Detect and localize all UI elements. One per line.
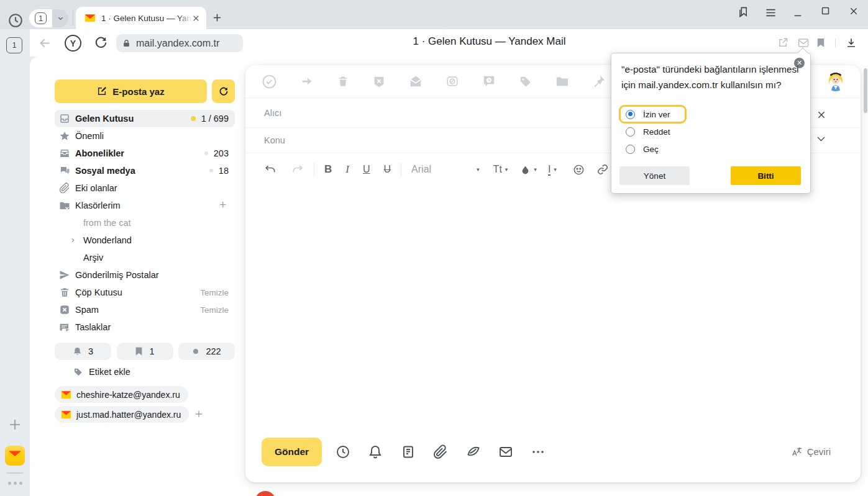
attach-from-disk-icon[interactable]	[466, 444, 481, 459]
folder-trash[interactable]: Çöp Kutusu Temizle	[55, 284, 235, 301]
attach-file-icon[interactable]	[433, 444, 448, 459]
delete-icon[interactable]	[337, 74, 349, 88]
yandex-logo-icon[interactable]: Y	[65, 35, 81, 52]
done-button[interactable]: Bitti	[731, 166, 801, 185]
reload-icon[interactable]	[94, 35, 108, 50]
folder-subscriptions[interactable]: Abonelikler 203	[55, 145, 235, 162]
chat-bubbles-icon	[59, 165, 70, 176]
new-tab-button[interactable]	[212, 12, 222, 23]
clear-folder-action[interactable]: Temizle	[200, 288, 229, 297]
share-icon[interactable]	[777, 37, 788, 48]
add-label-button[interactable]: Etiket ekle	[73, 367, 130, 377]
browser-tab[interactable]: 1 · Gelen Kutusu — Yand	[76, 7, 206, 29]
folder-archive[interactable]: Arşiv	[55, 249, 235, 266]
option-deny[interactable]: Reddet	[626, 127, 670, 137]
archive-icon[interactable]	[445, 74, 459, 88]
folder-spam[interactable]: Spam Temizle	[55, 301, 235, 318]
pin-icon[interactable]	[592, 74, 606, 88]
folder-sent[interactable]: Gönderilmiş Postalar	[55, 266, 235, 284]
font-size-caret-icon[interactable]: ▾	[505, 166, 508, 173]
folder-drafts[interactable]: Taslaklar	[55, 318, 235, 336]
text-color-caret-icon[interactable]: ▾	[554, 166, 557, 173]
option-allow[interactable]: İzin ver	[619, 105, 687, 124]
folder-important[interactable]: Önemli	[55, 127, 235, 145]
more-options-icon[interactable]	[531, 444, 546, 459]
mail-extension-icon[interactable]	[798, 38, 809, 48]
text-color-button[interactable]: I	[548, 164, 550, 176]
flagged-pill[interactable]: 1	[117, 343, 173, 360]
clear-folder-action[interactable]: Temizle	[200, 305, 229, 315]
bold-button[interactable]: B	[324, 163, 332, 176]
back-icon[interactable]	[39, 37, 52, 50]
page-scrollbar[interactable]	[864, 68, 867, 113]
strikethrough-button[interactable]: U	[384, 164, 391, 175]
radio-icon[interactable]	[626, 127, 635, 137]
message-body[interactable]	[245, 186, 861, 393]
menu-icon[interactable]	[765, 8, 776, 17]
reminders-pill[interactable]: 3	[55, 343, 111, 360]
subject-input[interactable]	[264, 135, 637, 145]
underline-button[interactable]: U	[363, 164, 370, 175]
floating-action-badge[interactable]	[255, 491, 276, 496]
spam-label-icon[interactable]	[372, 74, 386, 88]
minimize-button[interactable]	[793, 7, 803, 17]
folder-inbox[interactable]: Gelen Kutusu 1 / 699	[55, 110, 235, 127]
add-folder-icon[interactable]: +	[219, 199, 226, 210]
side-strip-tab-badge[interactable]: 1	[6, 37, 22, 53]
manage-button[interactable]: Yönet	[619, 166, 690, 185]
translate-button[interactable]: Çeviri	[791, 446, 831, 457]
redo-icon[interactable]	[291, 163, 304, 176]
italic-button[interactable]: I	[345, 163, 349, 176]
close-window-button[interactable]	[849, 6, 859, 16]
folder-attachments[interactable]: Eki olanlar	[55, 179, 235, 197]
sidebar-add-icon[interactable]	[7, 417, 22, 432]
schedule-send-icon[interactable]	[336, 444, 350, 459]
highlight-color-button[interactable]	[520, 165, 531, 175]
radio-icon[interactable]	[626, 145, 635, 154]
send-button[interactable]: Gönder	[262, 438, 322, 466]
folder-social[interactable]: Sosyal medya 18	[55, 162, 235, 179]
folder-my-folders[interactable]: Klasörlerim +	[55, 197, 235, 214]
folder-from-the-cat[interactable]: from the cat	[55, 214, 235, 232]
reminder-icon[interactable]	[482, 74, 496, 88]
emoji-icon[interactable]	[573, 164, 585, 176]
account-chip[interactable]: cheshire-katze@yandex.ru	[55, 386, 188, 403]
label-icon[interactable]	[519, 74, 532, 88]
refresh-button[interactable]	[212, 79, 235, 103]
user-avatar[interactable]	[825, 70, 846, 91]
collections-icon[interactable]	[738, 6, 749, 18]
yandex-mail-app-icon[interactable]	[5, 446, 25, 466]
font-size-button[interactable]: Tt	[493, 164, 502, 175]
add-account-icon[interactable]	[194, 409, 204, 419]
attach-from-mail-icon[interactable]	[498, 444, 513, 459]
close-compose-icon[interactable]	[816, 110, 826, 120]
compose-email-button[interactable]: E-posta yaz	[55, 79, 207, 103]
radio-selected-icon[interactable]	[626, 110, 635, 119]
notify-bell-icon[interactable]	[368, 444, 383, 459]
tab-close-icon[interactable]	[192, 14, 200, 22]
tab-group-chevron-icon[interactable]	[52, 9, 68, 27]
to-input[interactable]	[264, 108, 637, 118]
forward-icon[interactable]	[300, 74, 314, 88]
maximize-button[interactable]	[821, 6, 830, 16]
expand-chevron-icon[interactable]	[70, 237, 76, 243]
download-icon[interactable]	[846, 37, 857, 48]
move-folder-icon[interactable]	[555, 74, 569, 88]
select-check-icon[interactable]	[262, 74, 277, 89]
insert-link-icon[interactable]	[597, 164, 608, 175]
folder-wonderland[interactable]: Wonderland	[55, 232, 235, 249]
history-icon[interactable]	[7, 12, 24, 29]
mark-read-icon[interactable]	[409, 74, 423, 88]
bookmark-flag-icon[interactable]	[816, 37, 825, 48]
highlight-caret-icon[interactable]: ▾	[534, 166, 537, 173]
unread-pill[interactable]: 222	[178, 343, 235, 360]
header-chevron-down-icon[interactable]	[816, 136, 826, 142]
font-family-select[interactable]: Arial	[411, 164, 473, 175]
tab-group-chip[interactable]: 1	[29, 9, 68, 27]
account-chip[interactable]: just.mad.hatter@yandex.ru	[55, 406, 189, 423]
option-skip[interactable]: Geç	[626, 145, 659, 154]
template-icon[interactable]	[401, 444, 416, 459]
strip-more-icon[interactable]	[8, 482, 22, 485]
font-family-caret-icon[interactable]: ▾	[477, 166, 480, 173]
undo-icon[interactable]	[264, 163, 276, 176]
